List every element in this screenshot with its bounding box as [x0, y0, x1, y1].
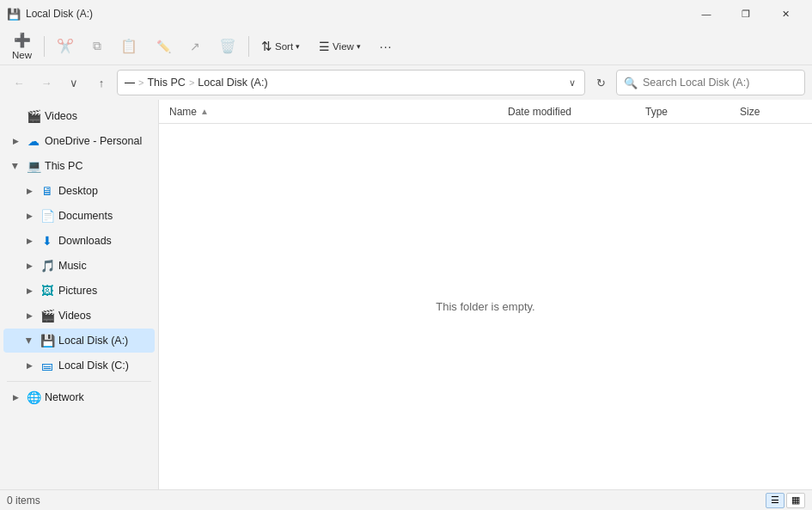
- toolbar-separator-1: [44, 36, 45, 57]
- music-icon: 🎵: [40, 258, 55, 273]
- share-icon: ↗: [190, 40, 200, 53]
- col-header-type[interactable]: Type: [642, 106, 736, 118]
- cut-button[interactable]: ✂️: [48, 30, 82, 63]
- col-name-label: Name: [169, 106, 197, 118]
- recent-locations-button[interactable]: ∨: [62, 71, 86, 95]
- back-icon: ←: [14, 77, 25, 89]
- toolbar: ➕ New ✂️ ⧉ 📋 ✏️ ↗ 🗑️ ⇅ Sort ▾ ☰ View: [0, 28, 812, 65]
- title-bar-left: 💾 Local Disk (A:): [7, 8, 93, 21]
- minimize-button[interactable]: —: [687, 0, 726, 28]
- sidebar-item-thispc[interactable]: ▶ 💻 This PC: [3, 154, 155, 178]
- maximize-button[interactable]: ❐: [726, 0, 766, 28]
- breadcrumb-sep-1: >: [138, 77, 143, 88]
- col-header-name[interactable]: Name ▲: [166, 106, 504, 118]
- paste-icon: 📋: [120, 38, 137, 54]
- search-icon: 🔍: [624, 77, 638, 89]
- window-title: Local Disk (A:): [26, 8, 93, 20]
- new-button[interactable]: ➕ New: [3, 30, 40, 63]
- col-name-sort-icon: ▲: [200, 107, 209, 116]
- thispc-icon: 💻: [26, 158, 41, 174]
- file-area: Name ▲ Date modified Type Size This fold…: [159, 100, 812, 489]
- sidebar-label-downloads: Downloads: [58, 235, 148, 247]
- view-button[interactable]: ☰ View ▾: [310, 30, 369, 63]
- expand-desktop: ▶: [22, 184, 36, 198]
- sort-chevron-icon: ▾: [296, 42, 300, 51]
- breadcrumb-thispc[interactable]: This PC: [147, 77, 185, 89]
- sidebar-item-localdisk-a[interactable]: ▶ 💾 Local Disk (A:): [3, 329, 155, 353]
- view-dropdown: ☰ View ▾: [319, 40, 361, 53]
- col-date-label: Date modified: [508, 106, 571, 118]
- address-bar-row: ← → ∨ ↑ — > This PC > Local Disk (A:) ∨ …: [0, 65, 812, 100]
- recent-icon: ∨: [70, 77, 78, 89]
- paste-button[interactable]: 📋: [112, 30, 146, 63]
- expand-localdisk-a: ▶: [22, 334, 36, 347]
- sidebar-item-videos[interactable]: ▶ 🎬 Videos: [3, 304, 155, 328]
- sort-label: Sort: [275, 41, 293, 52]
- sidebar-label-pictures: Pictures: [58, 285, 148, 297]
- view-detail-icon: ▦: [791, 495, 800, 506]
- up-icon: ↑: [99, 77, 105, 89]
- col-type-label: Type: [645, 106, 668, 118]
- address-dropdown-button[interactable]: ∨: [567, 76, 577, 90]
- refresh-button[interactable]: ↻: [589, 71, 613, 95]
- copy-button[interactable]: ⧉: [84, 30, 110, 63]
- sidebar-item-pictures[interactable]: ▶ 🖼 Pictures: [3, 279, 155, 303]
- expand-downloads: ▶: [22, 234, 36, 248]
- forward-button[interactable]: →: [34, 71, 58, 95]
- close-button[interactable]: ✕: [766, 0, 805, 28]
- delete-button[interactable]: 🗑️: [211, 30, 245, 63]
- view-detail-button[interactable]: ▦: [786, 493, 805, 508]
- sidebar-item-downloads[interactable]: ▶ ⬇ Downloads: [3, 229, 155, 253]
- sort-button[interactable]: ⇅ Sort ▾: [253, 30, 308, 63]
- breadcrumb-localdisk[interactable]: Local Disk (A:): [198, 77, 267, 89]
- expand-localdisk-c: ▶: [22, 359, 36, 372]
- more-button[interactable]: ···: [371, 30, 401, 63]
- sidebar-item-music[interactable]: ▶ 🎵 Music: [3, 254, 155, 278]
- address-bar[interactable]: — > This PC > Local Disk (A:) ∨: [117, 70, 585, 95]
- up-button[interactable]: ↑: [89, 71, 113, 95]
- expand-music: ▶: [22, 259, 36, 273]
- search-input[interactable]: [643, 77, 797, 89]
- delete-icon: 🗑️: [219, 38, 236, 54]
- sidebar-label-videos: Videos: [58, 310, 148, 322]
- sidebar-label-thispc: This PC: [45, 160, 148, 172]
- view-toggle: ☰ ▦: [766, 493, 805, 508]
- empty-folder-message: This folder is empty.: [436, 300, 534, 313]
- refresh-icon: ↻: [596, 77, 606, 89]
- file-content-area: This folder is empty.: [159, 124, 812, 489]
- breadcrumb-sep-2: >: [189, 77, 194, 88]
- sidebar-item-desktop[interactable]: ▶ 🖥 Desktop: [3, 179, 155, 203]
- new-label: New: [12, 50, 32, 60]
- localdisk-c-icon: 🖴: [40, 358, 55, 373]
- view-list-button[interactable]: ☰: [766, 493, 785, 508]
- sidebar-label-localdisk-a: Local Disk (A:): [58, 335, 148, 347]
- toolbar-separator-2: [248, 36, 249, 57]
- sidebar-item-network[interactable]: ▶ 🌐 Network: [3, 385, 155, 409]
- desktop-icon: 🖥: [40, 183, 55, 199]
- sidebar-item-onedrive[interactable]: ▶ ☁ OneDrive - Personal: [3, 129, 155, 153]
- col-header-size[interactable]: Size: [736, 106, 805, 118]
- videos-icon: 🎬: [40, 308, 55, 323]
- sidebar-label-network: Network: [45, 391, 148, 403]
- sort-dropdown: ⇅ Sort ▾: [261, 39, 300, 54]
- col-header-date[interactable]: Date modified: [504, 106, 642, 118]
- items-count: 0 items: [7, 495, 40, 507]
- downloads-icon: ⬇: [40, 233, 55, 249]
- sidebar-item-videos-top[interactable]: 🎬 Videos: [3, 104, 155, 128]
- col-size-label: Size: [740, 106, 760, 118]
- copy-icon: ⧉: [93, 39, 101, 53]
- rename-button[interactable]: ✏️: [148, 30, 180, 63]
- sidebar-item-documents[interactable]: ▶ 📄 Documents: [3, 204, 155, 228]
- forward-icon: →: [41, 77, 52, 89]
- view-list-icon: ☰: [771, 495, 779, 506]
- sidebar: 🎬 Videos ▶ ☁ OneDrive - Personal ▶ 💻 Thi…: [0, 100, 159, 489]
- videos-top-icon: 🎬: [26, 108, 41, 124]
- sidebar-divider: [7, 381, 151, 382]
- documents-icon: 📄: [40, 208, 55, 224]
- back-button[interactable]: ←: [7, 71, 31, 95]
- sidebar-label-documents: Documents: [58, 210, 148, 222]
- view-icon: ☰: [319, 40, 330, 53]
- search-box[interactable]: 🔍: [616, 70, 805, 95]
- share-button[interactable]: ↗: [181, 30, 209, 63]
- sidebar-item-localdisk-c[interactable]: ▶ 🖴 Local Disk (C:): [3, 353, 155, 378]
